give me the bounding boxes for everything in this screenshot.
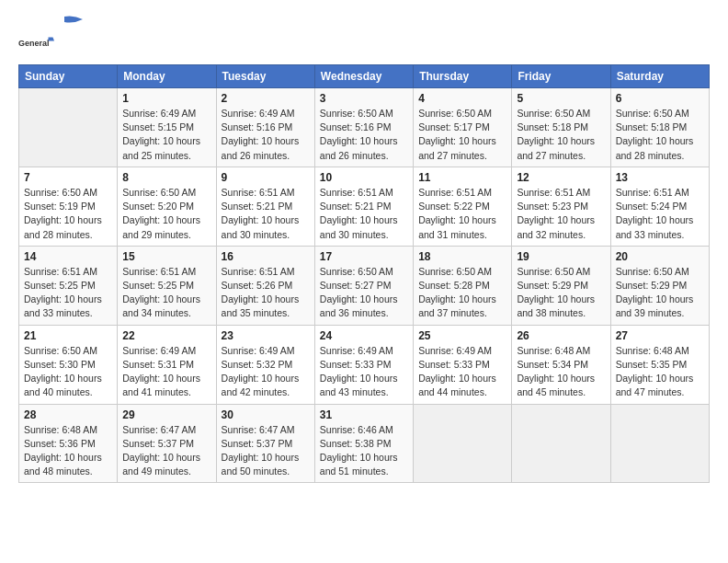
day-info: Sunrise: 6:46 AM Sunset: 5:38 PM Dayligh… — [320, 423, 408, 479]
day-info: Sunrise: 6:49 AM Sunset: 5:15 PM Dayligh… — [122, 107, 210, 163]
logo: General — [18, 15, 92, 53]
day-info: Sunrise: 6:47 AM Sunset: 5:37 PM Dayligh… — [122, 423, 210, 479]
calendar-cell: 25Sunrise: 6:49 AM Sunset: 5:33 PM Dayli… — [414, 325, 512, 404]
weekday-header: Saturday — [610, 65, 709, 88]
calendar-cell: 13Sunrise: 6:51 AM Sunset: 5:24 PM Dayli… — [610, 167, 709, 246]
calendar-cell: 17Sunrise: 6:50 AM Sunset: 5:27 PM Dayli… — [314, 246, 413, 325]
day-info: Sunrise: 6:50 AM Sunset: 5:19 PM Dayligh… — [24, 186, 112, 242]
day-info: Sunrise: 6:48 AM Sunset: 5:35 PM Dayligh… — [616, 344, 704, 400]
calendar-cell: 2Sunrise: 6:49 AM Sunset: 5:16 PM Daylig… — [216, 88, 314, 167]
calendar-cell: 28Sunrise: 6:48 AM Sunset: 5:36 PM Dayli… — [19, 404, 118, 483]
logo-flag-icon — [18, 15, 92, 35]
day-info: Sunrise: 6:51 AM Sunset: 5:24 PM Dayligh… — [616, 186, 704, 242]
calendar-cell: 4Sunrise: 6:50 AM Sunset: 5:17 PM Daylig… — [414, 88, 512, 167]
weekday-header: Wednesday — [314, 65, 413, 88]
calendar-cell: 12Sunrise: 6:51 AM Sunset: 5:23 PM Dayli… — [512, 167, 610, 246]
day-number: 26 — [517, 329, 605, 342]
day-number: 19 — [517, 250, 605, 263]
calendar-cell — [19, 88, 118, 167]
calendar-cell: 19Sunrise: 6:50 AM Sunset: 5:29 PM Dayli… — [512, 246, 610, 325]
calendar-cell: 31Sunrise: 6:46 AM Sunset: 5:38 PM Dayli… — [314, 404, 413, 483]
day-info: Sunrise: 6:50 AM Sunset: 5:27 PM Dayligh… — [320, 265, 408, 321]
day-info: Sunrise: 6:51 AM Sunset: 5:21 PM Dayligh… — [320, 186, 408, 242]
day-number: 9 — [222, 171, 310, 184]
day-number: 24 — [320, 329, 408, 342]
day-info: Sunrise: 6:51 AM Sunset: 5:21 PM Dayligh… — [222, 186, 310, 242]
day-number: 4 — [418, 92, 506, 105]
day-number: 22 — [122, 329, 210, 342]
calendar-cell: 9Sunrise: 6:51 AM Sunset: 5:21 PM Daylig… — [216, 167, 314, 246]
day-info: Sunrise: 6:51 AM Sunset: 5:23 PM Dayligh… — [517, 186, 605, 242]
day-number: 1 — [122, 92, 210, 105]
calendar-week-row: 28Sunrise: 6:48 AM Sunset: 5:36 PM Dayli… — [19, 404, 710, 483]
day-number: 10 — [320, 171, 408, 184]
calendar-cell: 5Sunrise: 6:50 AM Sunset: 5:18 PM Daylig… — [512, 88, 610, 167]
day-number: 18 — [418, 250, 506, 263]
day-number: 16 — [222, 250, 310, 263]
svg-text:General: General — [18, 39, 50, 48]
calendar-table: SundayMondayTuesdayWednesdayThursdayFrid… — [18, 64, 710, 483]
day-info: Sunrise: 6:49 AM Sunset: 5:32 PM Dayligh… — [222, 344, 310, 400]
day-info: Sunrise: 6:51 AM Sunset: 5:22 PM Dayligh… — [418, 186, 506, 242]
calendar-cell: 8Sunrise: 6:50 AM Sunset: 5:20 PM Daylig… — [118, 167, 216, 246]
calendar-header-row: SundayMondayTuesdayWednesdayThursdayFrid… — [19, 65, 710, 88]
day-number: 6 — [616, 92, 704, 105]
calendar-cell: 24Sunrise: 6:49 AM Sunset: 5:33 PM Dayli… — [314, 325, 413, 404]
day-number: 27 — [616, 329, 704, 342]
calendar-cell — [512, 404, 610, 483]
calendar-cell: 1Sunrise: 6:49 AM Sunset: 5:15 PM Daylig… — [118, 88, 216, 167]
day-number: 13 — [616, 171, 704, 184]
header: General — [18, 15, 710, 53]
day-info: Sunrise: 6:50 AM Sunset: 5:16 PM Dayligh… — [320, 107, 408, 163]
calendar-cell: 7Sunrise: 6:50 AM Sunset: 5:19 PM Daylig… — [19, 167, 118, 246]
weekday-header: Thursday — [414, 65, 512, 88]
day-number: 14 — [24, 250, 112, 263]
day-number: 30 — [222, 408, 310, 421]
calendar-cell — [610, 404, 709, 483]
day-info: Sunrise: 6:49 AM Sunset: 5:31 PM Dayligh… — [122, 344, 210, 400]
day-number: 21 — [24, 329, 112, 342]
calendar-cell — [414, 404, 512, 483]
day-number: 2 — [222, 92, 310, 105]
day-info: Sunrise: 6:50 AM Sunset: 5:17 PM Dayligh… — [418, 107, 506, 163]
day-info: Sunrise: 6:50 AM Sunset: 5:29 PM Dayligh… — [517, 265, 605, 321]
calendar-week-row: 7Sunrise: 6:50 AM Sunset: 5:19 PM Daylig… — [19, 167, 710, 246]
day-info: Sunrise: 6:50 AM Sunset: 5:29 PM Dayligh… — [616, 265, 704, 321]
day-info: Sunrise: 6:49 AM Sunset: 5:33 PM Dayligh… — [320, 344, 408, 400]
calendar-cell: 23Sunrise: 6:49 AM Sunset: 5:32 PM Dayli… — [216, 325, 314, 404]
calendar-cell: 15Sunrise: 6:51 AM Sunset: 5:25 PM Dayli… — [118, 246, 216, 325]
day-number: 11 — [418, 171, 506, 184]
calendar-cell: 18Sunrise: 6:50 AM Sunset: 5:28 PM Dayli… — [414, 246, 512, 325]
day-number: 29 — [122, 408, 210, 421]
day-info: Sunrise: 6:51 AM Sunset: 5:25 PM Dayligh… — [24, 265, 112, 321]
day-info: Sunrise: 6:50 AM Sunset: 5:18 PM Dayligh… — [616, 107, 704, 163]
logo-svg: General — [18, 35, 55, 52]
day-number: 5 — [517, 92, 605, 105]
day-info: Sunrise: 6:49 AM Sunset: 5:33 PM Dayligh… — [418, 344, 506, 400]
calendar-cell: 3Sunrise: 6:50 AM Sunset: 5:16 PM Daylig… — [314, 88, 413, 167]
day-info: Sunrise: 6:50 AM Sunset: 5:30 PM Dayligh… — [24, 344, 112, 400]
calendar-cell: 27Sunrise: 6:48 AM Sunset: 5:35 PM Dayli… — [610, 325, 709, 404]
calendar-cell: 11Sunrise: 6:51 AM Sunset: 5:22 PM Dayli… — [414, 167, 512, 246]
weekday-header: Tuesday — [216, 65, 314, 88]
calendar-cell: 30Sunrise: 6:47 AM Sunset: 5:37 PM Dayli… — [216, 404, 314, 483]
day-info: Sunrise: 6:50 AM Sunset: 5:18 PM Dayligh… — [517, 107, 605, 163]
calendar-cell: 14Sunrise: 6:51 AM Sunset: 5:25 PM Dayli… — [19, 246, 118, 325]
day-info: Sunrise: 6:48 AM Sunset: 5:36 PM Dayligh… — [24, 423, 112, 479]
day-number: 20 — [616, 250, 704, 263]
day-number: 3 — [320, 92, 408, 105]
calendar-cell: 26Sunrise: 6:48 AM Sunset: 5:34 PM Dayli… — [512, 325, 610, 404]
day-number: 23 — [222, 329, 310, 342]
svg-marker-1 — [49, 38, 55, 41]
day-number: 25 — [418, 329, 506, 342]
day-number: 17 — [320, 250, 408, 263]
calendar-cell: 21Sunrise: 6:50 AM Sunset: 5:30 PM Dayli… — [19, 325, 118, 404]
calendar-week-row: 1Sunrise: 6:49 AM Sunset: 5:15 PM Daylig… — [19, 88, 710, 167]
day-info: Sunrise: 6:51 AM Sunset: 5:26 PM Dayligh… — [222, 265, 310, 321]
day-number: 8 — [122, 171, 210, 184]
day-info: Sunrise: 6:50 AM Sunset: 5:20 PM Dayligh… — [122, 186, 210, 242]
day-number: 28 — [24, 408, 112, 421]
calendar-cell: 10Sunrise: 6:51 AM Sunset: 5:21 PM Dayli… — [314, 167, 413, 246]
calendar-cell: 29Sunrise: 6:47 AM Sunset: 5:37 PM Dayli… — [118, 404, 216, 483]
weekday-header: Sunday — [19, 65, 118, 88]
